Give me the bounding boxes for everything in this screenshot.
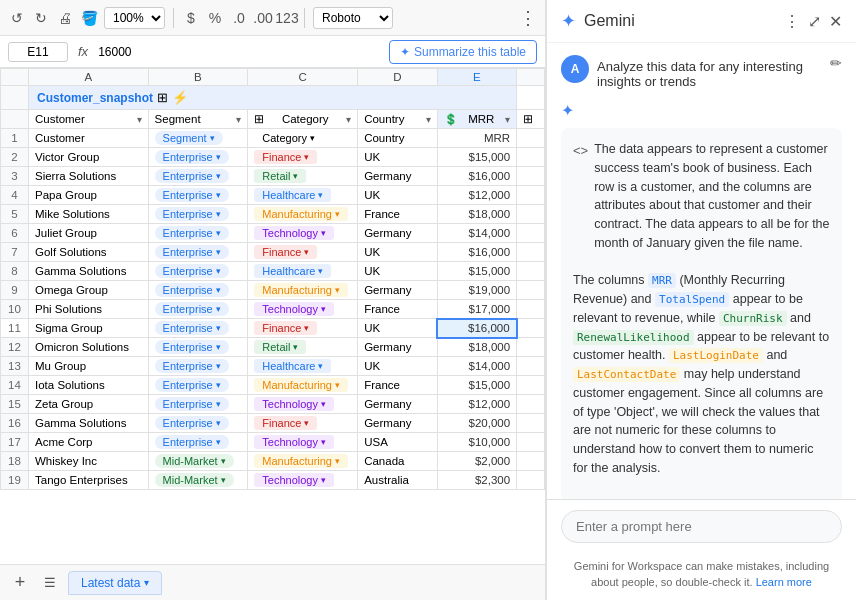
customer-cell[interactable]: Golf Solutions: [29, 243, 149, 262]
table-row[interactable]: 13Mu GroupEnterprise ▾Healthcare ▾UK$14,…: [1, 357, 545, 376]
customer-cell[interactable]: Gamma Solutions: [29, 414, 149, 433]
customer-cell[interactable]: Gamma Solutions: [29, 262, 149, 281]
segment-dropdown-arrow[interactable]: ▾: [216, 285, 221, 295]
more-toolbar-btn[interactable]: ⋮: [519, 7, 537, 29]
category-dropdown-arrow[interactable]: ▾: [293, 342, 298, 352]
mrr-cell[interactable]: $17,000: [437, 300, 517, 319]
decimal-decrease-icon[interactable]: .0: [230, 9, 248, 27]
segment-dropdown-arrow[interactable]: ▾: [221, 456, 226, 466]
category-cell[interactable]: Technology ▾: [248, 471, 358, 490]
category-filter-icon[interactable]: ▾: [346, 114, 351, 125]
mrr-cell[interactable]: $10,000: [437, 433, 517, 452]
segment-dropdown-arrow[interactable]: ▾: [216, 304, 221, 314]
category-cell[interactable]: Technology ▾: [248, 224, 358, 243]
mrr-cell[interactable]: $20,000: [437, 414, 517, 433]
country-cell[interactable]: Australia: [358, 471, 437, 490]
table-row[interactable]: 5Mike SolutionsEnterprise ▾Manufacturing…: [1, 205, 545, 224]
country-cell[interactable]: Canada: [358, 452, 437, 471]
customer-cell[interactable]: Omicron Solutions: [29, 338, 149, 357]
gemini-more-button[interactable]: ⋮: [784, 12, 800, 31]
mrr-cell[interactable]: $15,000: [437, 148, 517, 167]
print-icon[interactable]: 🖨: [56, 9, 74, 27]
table-row[interactable]: 7Golf SolutionsEnterprise ▾Finance ▾UK$1…: [1, 243, 545, 262]
customer-cell[interactable]: Victor Group: [29, 148, 149, 167]
table-row[interactable]: 1CustomerSegment ▾Category ▾CountryMRR: [1, 129, 545, 148]
tab-dropdown-icon[interactable]: ▾: [144, 577, 149, 588]
category-cell[interactable]: Manufacturing ▾: [248, 376, 358, 395]
segment-dropdown-arrow[interactable]: ▾: [216, 247, 221, 257]
col-letter-E[interactable]: E: [437, 69, 517, 86]
segment-cell[interactable]: Mid-Market ▾: [148, 452, 248, 471]
table-row[interactable]: 15Zeta GroupEnterprise ▾Technology ▾Germ…: [1, 395, 545, 414]
country-cell[interactable]: France: [358, 300, 437, 319]
category-dropdown-arrow[interactable]: ▾: [318, 361, 323, 371]
mrr-cell[interactable]: $15,000: [437, 376, 517, 395]
category-cell[interactable]: Healthcare ▾: [248, 262, 358, 281]
segment-cell[interactable]: Segment ▾: [148, 129, 248, 148]
col-letter-C[interactable]: C: [248, 69, 358, 86]
mrr-cell[interactable]: $2,300: [437, 471, 517, 490]
table-row[interactable]: 2Victor GroupEnterprise ▾Finance ▾UK$15,…: [1, 148, 545, 167]
table-row[interactable]: 16Gamma SolutionsEnterprise ▾Finance ▾Ge…: [1, 414, 545, 433]
table-row[interactable]: 12Omicron SolutionsEnterprise ▾Retail ▾G…: [1, 338, 545, 357]
customer-cell[interactable]: Zeta Group: [29, 395, 149, 414]
category-dropdown-arrow[interactable]: ▾: [310, 133, 315, 143]
category-cell[interactable]: Manufacturing ▾: [248, 281, 358, 300]
segment-dropdown-arrow[interactable]: ▾: [216, 418, 221, 428]
category-dropdown-arrow[interactable]: ▾: [321, 304, 326, 314]
segment-cell[interactable]: Enterprise ▾: [148, 243, 248, 262]
number-format-icon[interactable]: 123: [278, 9, 296, 27]
segment-cell[interactable]: Enterprise ▾: [148, 319, 248, 338]
segment-cell[interactable]: Enterprise ▾: [148, 414, 248, 433]
gemini-close-button[interactable]: ✕: [829, 12, 842, 31]
segment-dropdown-arrow[interactable]: ▾: [221, 475, 226, 485]
customer-cell[interactable]: Acme Corp: [29, 433, 149, 452]
segment-dropdown-arrow[interactable]: ▾: [216, 361, 221, 371]
customer-cell[interactable]: Sigma Group: [29, 319, 149, 338]
mrr-cell[interactable]: $2,000: [437, 452, 517, 471]
summarize-table-button[interactable]: ✦ Summarize this table: [389, 40, 537, 64]
category-cell[interactable]: Technology ▾: [248, 395, 358, 414]
mrr-cell[interactable]: $18,000: [437, 338, 517, 357]
country-cell[interactable]: UK: [358, 262, 437, 281]
country-cell[interactable]: UK: [358, 148, 437, 167]
category-dropdown-arrow[interactable]: ▾: [321, 399, 326, 409]
percent-icon[interactable]: %: [206, 9, 224, 27]
country-cell[interactable]: UK: [358, 319, 437, 338]
table-row[interactable]: 4Papa GroupEnterprise ▾Healthcare ▾UK$12…: [1, 186, 545, 205]
segment-cell[interactable]: Enterprise ▾: [148, 148, 248, 167]
col-header-country[interactable]: Country ▾: [358, 110, 437, 129]
customer-cell[interactable]: Papa Group: [29, 186, 149, 205]
table-row[interactable]: 9Omega GroupEnterprise ▾Manufacturing ▾G…: [1, 281, 545, 300]
col-letter-A[interactable]: A: [29, 69, 149, 86]
customer-cell[interactable]: Customer: [29, 129, 149, 148]
country-cell[interactable]: Germany: [358, 414, 437, 433]
prompt-input[interactable]: [561, 510, 842, 543]
sheet-container[interactable]: A B C D E Customer_snapshot ⊞ ⚡: [0, 68, 545, 564]
segment-dropdown-arrow[interactable]: ▾: [216, 152, 221, 162]
category-dropdown-arrow[interactable]: ▾: [304, 418, 309, 428]
category-cell[interactable]: Manufacturing ▾: [248, 205, 358, 224]
segment-cell[interactable]: Enterprise ▾: [148, 205, 248, 224]
category-dropdown-arrow[interactable]: ▾: [304, 323, 309, 333]
segment-cell[interactable]: Mid-Market ▾: [148, 471, 248, 490]
category-dropdown-arrow[interactable]: ▾: [318, 190, 323, 200]
segment-cell[interactable]: Enterprise ▾: [148, 433, 248, 452]
segment-dropdown-arrow[interactable]: ▾: [216, 380, 221, 390]
mrr-cell[interactable]: $16,000: [437, 167, 517, 186]
category-cell[interactable]: Finance ▾: [248, 243, 358, 262]
mrr-cell[interactable]: $19,000: [437, 281, 517, 300]
country-cell[interactable]: France: [358, 376, 437, 395]
currency-icon[interactable]: $: [182, 9, 200, 27]
category-dropdown-arrow[interactable]: ▾: [335, 209, 340, 219]
country-cell[interactable]: France: [358, 205, 437, 224]
segment-cell[interactable]: Enterprise ▾: [148, 186, 248, 205]
col-letter-B[interactable]: B: [148, 69, 248, 86]
mrr-cell[interactable]: $12,000: [437, 395, 517, 414]
segment-cell[interactable]: Enterprise ▾: [148, 395, 248, 414]
customer-cell[interactable]: Tango Enterprises: [29, 471, 149, 490]
category-dropdown-arrow[interactable]: ▾: [321, 228, 326, 238]
col-header-category[interactable]: ⊞ Category ▾: [248, 110, 358, 129]
add-sheet-button[interactable]: +: [8, 571, 32, 595]
customer-cell[interactable]: Juliet Group: [29, 224, 149, 243]
